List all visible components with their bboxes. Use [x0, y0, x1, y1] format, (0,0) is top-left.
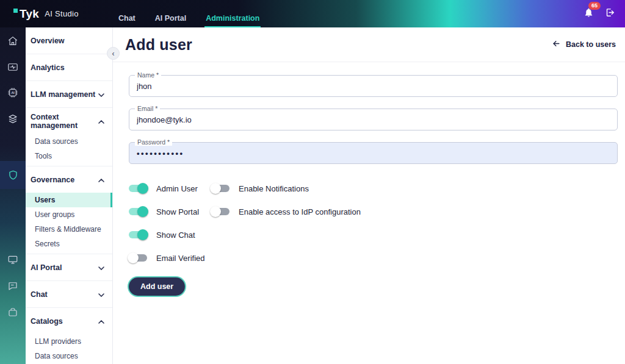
- show-chat-label: Show Chat: [156, 230, 195, 240]
- enable-notifications-toggle[interactable]: [211, 183, 229, 194]
- bell-icon: [583, 9, 594, 20]
- tyk-logo-mark: [13, 9, 18, 13]
- ai-chip-icon[interactable]: AI: [0, 87, 26, 98]
- admin-user-toggle[interactable]: [129, 183, 147, 194]
- password-field-label: Password *: [135, 138, 172, 146]
- sidebar-item-user-groups[interactable]: User groups: [26, 207, 112, 222]
- arrow-left-icon: [552, 39, 561, 50]
- chevron-up-icon: [98, 117, 104, 126]
- chat-bubble-icon[interactable]: [0, 280, 26, 291]
- main-content: Add user Back to users Name * Email * Pa…: [113, 27, 625, 364]
- layers-icon[interactable]: [0, 113, 26, 124]
- app-window: Tyk AI Studio Chat AI Portal Administrat…: [0, 0, 625, 364]
- logout-button[interactable]: [605, 7, 615, 20]
- catalog-box-icon[interactable]: [0, 307, 26, 318]
- notification-badge: 65: [588, 2, 601, 10]
- password-input[interactable]: [129, 143, 617, 163]
- sidebar-item-context-management[interactable]: Context management: [26, 108, 112, 134]
- topbar-actions: 65: [583, 0, 615, 27]
- topbar: Tyk AI Studio Chat AI Portal Administrat…: [0, 0, 625, 27]
- tab-chat[interactable]: Chat: [117, 14, 137, 27]
- show-chat-toggle-row: Show Chat: [129, 223, 211, 246]
- email-verified-label: Email Verified: [156, 254, 204, 263]
- sidebar-item-catalogs[interactable]: Catalogs: [26, 308, 112, 334]
- chevron-down-icon: [98, 90, 104, 99]
- chevron-up-icon: [98, 176, 104, 184]
- sidebar-item-chat[interactable]: Chat: [26, 281, 112, 307]
- shield-icon[interactable]: [0, 170, 26, 181]
- idp-access-toggle-row: Enable access to IdP configuration: [211, 200, 361, 223]
- email-verified-toggle[interactable]: [129, 252, 147, 263]
- tab-ai-portal[interactable]: AI Portal: [154, 14, 187, 27]
- email-input[interactable]: [129, 109, 617, 130]
- sidebar: Overview Analytics LLM management Contex…: [26, 27, 113, 364]
- chevron-up-icon: [98, 317, 104, 326]
- sidebar-item-overview[interactable]: Overview: [26, 27, 112, 54]
- add-user-form: Name * Email * Password * Admin User: [113, 62, 625, 296]
- tyk-logo[interactable]: Tyk AI Studio: [13, 7, 79, 21]
- tab-administration[interactable]: Administration: [204, 14, 261, 27]
- sidebar-item-governance[interactable]: Governance: [26, 166, 112, 193]
- monitor-icon[interactable]: [0, 254, 26, 265]
- analytics-icon[interactable]: [0, 62, 26, 73]
- chevron-down-icon: [98, 263, 104, 272]
- top-nav: Chat AI Portal Administration: [117, 0, 261, 27]
- enable-notifications-label: Enable Notifications: [239, 184, 309, 193]
- sidebar-item-users[interactable]: Users: [26, 193, 112, 207]
- email-field-label: Email *: [135, 105, 160, 112]
- svg-text:AI: AI: [11, 91, 15, 95]
- sidebar-item-tools[interactable]: Tools: [26, 149, 112, 163]
- idp-access-label: Enable access to IdP configuration: [239, 207, 361, 216]
- show-chat-toggle[interactable]: [129, 229, 147, 240]
- toggle-options: Admin User Show Portal Show Chat Email V…: [129, 177, 625, 269]
- admin-user-label: Admin User: [156, 184, 198, 193]
- email-field[interactable]: Email *: [129, 109, 618, 130]
- chevron-left-icon: ‹: [112, 50, 115, 57]
- logo-text: Tyk: [20, 7, 39, 21]
- notifications-button[interactable]: 65: [583, 7, 594, 20]
- sidebar-item-secrets[interactable]: Secrets: [26, 237, 112, 251]
- sidebar-item-llm-providers[interactable]: LLM providers: [26, 334, 112, 349]
- home-icon[interactable]: [0, 35, 26, 46]
- page-title: Add user: [125, 36, 192, 54]
- name-input[interactable]: [129, 76, 617, 96]
- name-field-label: Name *: [135, 71, 161, 79]
- sidebar-item-filters-middleware[interactable]: Filters & Middleware: [26, 222, 112, 237]
- icon-rail: AI: [0, 27, 26, 364]
- sidebar-item-data-sources[interactable]: Data sources: [26, 134, 112, 149]
- sidebar-item-data-sources-catalog[interactable]: Data sources: [26, 349, 112, 363]
- enable-notifications-toggle-row: Enable Notifications: [211, 177, 361, 200]
- sidebar-collapse-button[interactable]: ‹: [107, 47, 120, 60]
- back-to-users-link[interactable]: Back to users: [552, 39, 616, 50]
- name-field[interactable]: Name *: [129, 75, 618, 97]
- password-field[interactable]: Password *: [129, 142, 618, 164]
- add-user-submit-button[interactable]: Add user: [129, 277, 185, 296]
- page-header: Add user Back to users: [113, 27, 625, 62]
- sidebar-item-analytics[interactable]: Analytics: [26, 54, 112, 80]
- idp-access-toggle[interactable]: [211, 206, 229, 217]
- show-portal-toggle[interactable]: [129, 206, 147, 217]
- show-portal-label: Show Portal: [156, 207, 199, 216]
- show-portal-toggle-row: Show Portal: [129, 200, 211, 223]
- chevron-down-icon: [98, 290, 104, 299]
- logout-icon: [605, 9, 615, 20]
- sidebar-item-llm-management[interactable]: LLM management: [26, 81, 112, 107]
- sidebar-item-ai-portal[interactable]: AI Portal: [26, 254, 112, 280]
- admin-user-toggle-row: Admin User: [129, 177, 211, 200]
- logo-subtitle: AI Studio: [45, 9, 78, 18]
- email-verified-toggle-row: Email Verified: [129, 246, 211, 269]
